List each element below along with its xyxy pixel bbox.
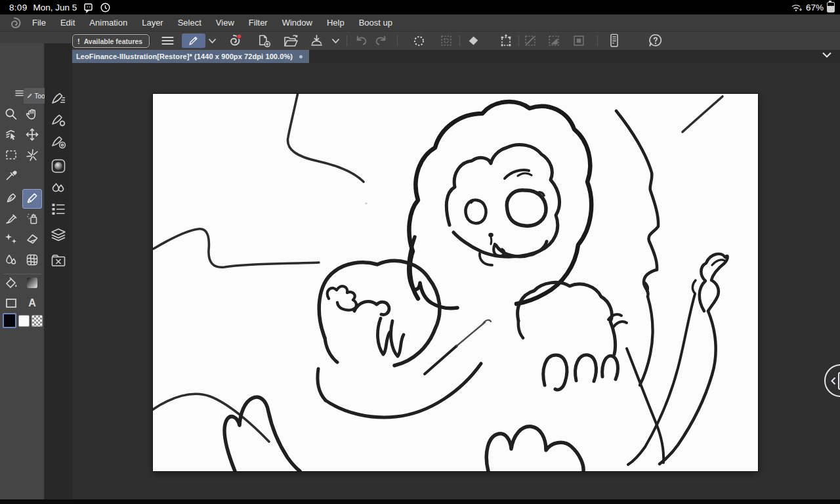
menu-boost-up[interactable]: Boost up (352, 18, 400, 28)
undo-icon[interactable] (352, 32, 369, 50)
clock-badge-icon (100, 2, 111, 13)
dropdown-chevron-icon[interactable] (206, 32, 218, 50)
menu-layer[interactable]: Layer (135, 18, 171, 28)
main-menu-icon[interactable] (159, 32, 176, 50)
delete-layer-icon[interactable] (50, 252, 67, 269)
canvas-area[interactable] (72, 63, 840, 499)
move-tool[interactable] (24, 127, 40, 142)
sub-color-swatch[interactable] (18, 315, 30, 327)
subtool-pen-settings-icon[interactable] (50, 90, 67, 107)
pen-tool[interactable] (3, 190, 19, 206)
processing-icon (410, 32, 427, 50)
brush-tool[interactable] (3, 211, 19, 226)
subtool-pen-target-icon[interactable] (50, 133, 67, 150)
menu-edit[interactable]: Edit (53, 18, 82, 28)
drawing-canvas[interactable] (153, 94, 758, 471)
tool-panel-menu-icon[interactable] (15, 90, 24, 96)
document-tab[interactable]: LeoFinance-Illustration[Restore]* (1440 … (71, 50, 309, 63)
available-features-label: Available features (84, 37, 143, 45)
selection-detail-icon[interactable] (570, 32, 587, 50)
clip-studio-logo (8, 16, 21, 30)
subtool-sphere-icon[interactable] (50, 158, 67, 175)
wifi-icon (791, 3, 803, 12)
figure-tool[interactable] (24, 252, 40, 268)
airbrush-tool[interactable] (24, 211, 40, 226)
new-canvas-icon[interactable] (255, 32, 272, 50)
layers-icon[interactable] (50, 226, 67, 243)
layer-select-tool[interactable] (3, 127, 19, 142)
expand-panel-button[interactable] (824, 364, 840, 397)
clip-studio-paint-icon[interactable] (225, 32, 243, 50)
gradient-tool[interactable] (24, 275, 40, 291)
document-tab-bar: LeoFinance-Illustration[Restore]* (1440 … (0, 50, 840, 63)
subtool-list-icon[interactable] (50, 201, 67, 218)
redo-icon[interactable] (372, 32, 389, 50)
help-icon[interactable] (646, 32, 665, 50)
fill-tool[interactable] (3, 275, 19, 291)
tool-panel: Tool (0, 43, 45, 499)
chevron-left-icon (831, 377, 836, 385)
active-tool-button[interactable] (182, 33, 205, 48)
menu-window[interactable]: Window (275, 18, 320, 28)
toolbar: ! Available features (0, 32, 840, 50)
frame-tool[interactable] (3, 295, 19, 311)
status-bar: 8:09 Mon, Jun 5 (0, 0, 840, 14)
battery-icon (827, 2, 835, 12)
menu-animation[interactable]: Animation (82, 18, 135, 28)
twitch-badge-icon (83, 2, 94, 13)
menu-file[interactable]: File (25, 18, 53, 28)
select-frame-icon[interactable] (438, 32, 455, 50)
tool-panel-tab-label: Tool (34, 93, 45, 100)
tab-list-chevron-icon[interactable] (822, 51, 832, 58)
open-file-icon[interactable] (282, 32, 300, 50)
marquee-tool[interactable] (3, 147, 19, 163)
menu-bar: File Edit Animation Layer Select View Fi… (0, 14, 840, 32)
auto-select-tool[interactable] (24, 147, 40, 163)
hand-tool[interactable] (24, 106, 40, 122)
pen-tab-icon (27, 93, 32, 99)
pencil-tool[interactable] (24, 190, 40, 206)
subtool-drops-icon[interactable] (50, 179, 67, 196)
menu-view[interactable]: View (209, 18, 242, 28)
companion-mode-icon[interactable] (606, 32, 623, 50)
available-features-button[interactable]: ! Available features (72, 34, 150, 48)
status-time: 8:09 (9, 3, 27, 12)
status-date: Mon, Jun 5 (33, 3, 77, 12)
active-tool-pen-icon (188, 35, 200, 47)
app-window: 8:09 Mon, Jun 5 (0, 0, 840, 504)
subtool-pen-gear-icon[interactable] (50, 112, 67, 129)
status-battery-percent: 67% (806, 3, 824, 12)
blend-tool[interactable] (3, 252, 19, 268)
deselect-icon[interactable] (522, 32, 539, 50)
invert-selection-icon[interactable] (545, 32, 562, 50)
eraser-tool[interactable] (24, 231, 40, 247)
transform-icon[interactable] (497, 32, 515, 50)
main-color-swatch[interactable] (3, 313, 16, 328)
tool-panel-tab[interactable]: Tool (24, 88, 45, 104)
document-tab-label: LeoFinance-Illustration[Restore]* (1440 … (76, 52, 293, 60)
save-dropdown-chevron-icon[interactable] (329, 32, 341, 50)
save-icon[interactable] (308, 32, 325, 50)
subtool-strip (45, 43, 72, 499)
eyedropper-tool[interactable] (3, 167, 19, 183)
panel-divider (3, 274, 41, 274)
text-tool[interactable]: A (24, 295, 40, 311)
menu-filter[interactable]: Filter (242, 18, 275, 28)
menu-help[interactable]: Help (320, 18, 352, 28)
zoom-tool[interactable] (3, 106, 19, 122)
transparent-color-swatch[interactable] (32, 315, 43, 327)
clear-icon[interactable] (465, 32, 482, 50)
lion-sketch (153, 94, 758, 471)
alert-icon: ! (77, 37, 80, 45)
bottom-gesture-bar (0, 499, 840, 504)
decoration-tool[interactable] (3, 231, 19, 247)
tab-close-dot[interactable] (299, 55, 303, 58)
menu-select[interactable]: Select (171, 18, 209, 28)
